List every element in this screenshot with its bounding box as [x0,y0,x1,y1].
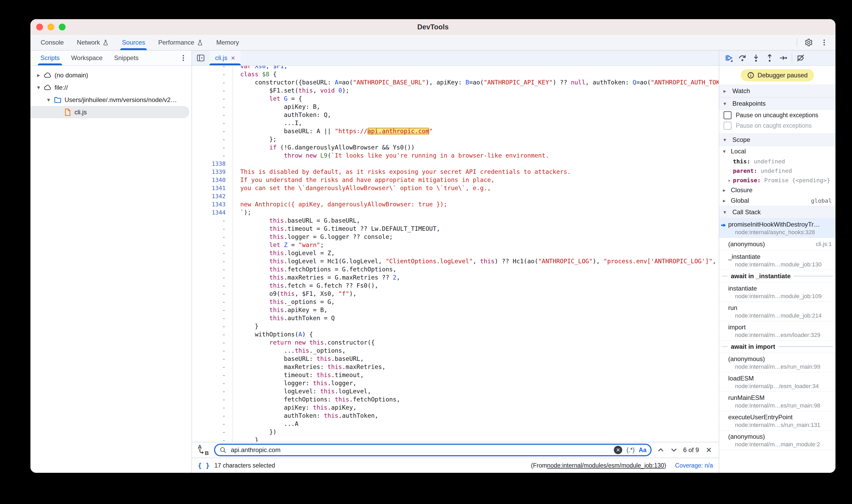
scope-group-closure[interactable]: ▸Closure [719,185,835,195]
line-number[interactable]: 1343 [192,200,233,209]
code-line[interactable]: - this.apiKey = B, [192,306,719,314]
breakpoint-option-pause-on-uncaught-exceptions[interactable]: Pause on uncaught exceptions [719,110,835,120]
line-number[interactable]: - [192,330,233,339]
call-stack-frame[interactable]: (anonymous)cli.js:1 [719,238,835,251]
regex-toggle[interactable]: (.*) [626,447,635,454]
code-line[interactable]: - }) [192,428,719,436]
code-line[interactable]: - apiKey: B, [192,103,719,111]
close-window-button[interactable] [36,23,43,31]
code-line[interactable]: - fetchOptions: this.fetchOptions, [192,395,719,403]
code-line[interactable]: - this.baseURL = G.baseURL, [192,217,719,225]
line-number[interactable]: - [192,225,233,233]
line-number[interactable]: 1342 [192,192,233,200]
line-number[interactable]: - [192,387,233,395]
code-line[interactable]: - this.authToken = Q [192,314,719,322]
clear-search-icon[interactable]: ✕ [614,446,622,454]
call-stack-frame[interactable]: _instantiatenode:internal/m…module_job:1… [719,251,835,270]
minimize-window-button[interactable] [48,23,54,31]
line-number[interactable]: 1341 [192,184,233,192]
tab-sources[interactable]: Sources [116,35,152,50]
call-stack-frame[interactable]: runnode:internal/m…module_job:214 [719,302,835,321]
code-line[interactable]: - this._options = G, [192,298,719,306]
scope-group-global[interactable]: ▸Globalglobal [719,195,835,206]
line-number[interactable]: 1338 [192,160,233,168]
line-number[interactable]: - [192,412,233,420]
code-line[interactable]: - }; [192,135,719,143]
code-line[interactable]: - return new this.constructor({ [192,339,719,347]
line-number[interactable]: - [192,265,233,273]
line-number[interactable]: 1344 [192,209,233,217]
scope-group-local[interactable]: ▾Local [719,146,835,157]
line-number[interactable]: - [192,127,233,135]
code-line[interactable]: - this.fetchOptions = G.fetchOptions, [192,265,719,273]
tab-console[interactable]: Console [34,35,70,50]
line-number[interactable]: - [192,379,233,387]
close-tab-icon[interactable]: × [231,54,235,62]
scope-variable-this[interactable]: this: undefined [719,157,835,166]
line-number[interactable]: - [192,314,233,322]
line-number[interactable]: - [192,347,233,355]
deactivate-breakpoints-button[interactable] [794,52,807,64]
settings-gear-icon[interactable] [804,38,813,47]
source-origin-link[interactable]: node:internal/modules/esm/module_job:130 [547,462,664,469]
code-line[interactable]: - } [192,322,719,330]
code-line[interactable]: 1340If you understand the risks and have… [192,176,719,184]
chevron-down-icon[interactable]: ▾ [35,84,42,91]
code-line[interactable]: - apiKey: this.apiKey, [192,403,719,412]
tab-network[interactable]: Network [70,35,116,50]
tree-item-file[interactable]: ▾file:// [31,81,192,94]
line-number[interactable]: - [192,217,233,225]
code-line[interactable]: - } [192,436,719,442]
code-line[interactable]: - if (!G.dangerouslyAllowBrowser && Ys0(… [192,143,719,151]
call-stack-frame[interactable]: (anonymous)node:internal/m…main_module:2 [719,431,835,450]
line-number[interactable]: - [192,103,233,111]
chevron-down-icon[interactable]: ▾ [723,148,728,155]
code-line[interactable]: 1343new Anthropic({ apiKey, dangerouslyA… [192,200,719,209]
code-line[interactable]: - this.maxRetries = G.maxRetries ?? 2, [192,273,719,282]
code-line[interactable]: - baseURL: A || "https://api.anthropic.c… [192,127,719,135]
code-line[interactable]: 1342 [192,192,719,200]
chevron-right-icon[interactable]: ▸ [723,197,728,204]
line-number[interactable]: - [192,257,233,265]
coverage-link[interactable]: Coverage: n/a [675,462,713,469]
line-number[interactable]: - [192,371,233,379]
toggle-navigator-button[interactable] [192,51,209,65]
call-stack-frame[interactable]: (anonymous)node:internal/m…es/run_main:9… [719,353,835,372]
code-line[interactable]: - ...A [192,420,719,428]
call-stack-frame[interactable]: instantiatenode:internal/m…module_job:10… [719,283,835,302]
line-number[interactable]: - [192,233,233,241]
line-number[interactable]: - [192,111,233,119]
code-line[interactable]: - throw new L9(`It looks like you're run… [192,151,719,160]
more-options-icon[interactable] [820,39,828,47]
code-line[interactable]: - logger: this.logger, [192,379,719,387]
line-number[interactable]: - [192,428,233,436]
code-line[interactable]: - ...this._options, [192,347,719,355]
search-input[interactable]: api.anthropic.com [231,446,610,454]
nav-tab-workspace[interactable]: Workspace [65,51,108,65]
code-line[interactable]: - this.logLevel = Z, [192,249,719,257]
line-number[interactable]: - [192,241,233,249]
code-line[interactable]: -var Xs0, $F1; [192,66,719,70]
tree-item-cli-js[interactable]: cli.js [31,106,190,118]
line-number[interactable]: - [192,363,233,371]
tree-item-users-jinhuilee-nvm-versions-node-v2[interactable]: ▾Users/jinhuilee/.nvm/versions/node/v2… [31,94,192,106]
section-scope[interactable]: ▾ Scope [719,133,835,146]
navigator-more-options-icon[interactable] [179,51,187,65]
line-number[interactable]: - [192,66,233,70]
code-line[interactable]: - let Z = "warn"; [192,241,719,249]
line-number[interactable]: - [192,282,233,290]
section-watch[interactable]: ▸ Watch [719,85,835,97]
line-number[interactable]: - [192,135,233,143]
code-line[interactable]: - ...I, [192,119,719,127]
step-into-button[interactable] [749,52,763,64]
call-stack-frame[interactable]: executeUserEntryPointnode:internal/m…s/r… [719,411,835,431]
code-line[interactable]: 1341you can set the \`dangerouslyAllowBr… [192,184,719,192]
code-line[interactable]: 1338 [192,160,719,168]
code-line[interactable]: - authToken: Q, [192,111,719,119]
case-sensitive-toggle[interactable]: Aa [639,447,646,454]
code-line[interactable]: - logLevel: this.logLevel, [192,387,719,395]
code-line[interactable]: - this.logLevel = Hc1(G.logLevel, "Clien… [192,257,719,265]
line-number[interactable]: - [192,420,233,428]
tab-memory[interactable]: Memory [210,35,246,50]
code-line[interactable]: - let G = { [192,95,719,103]
